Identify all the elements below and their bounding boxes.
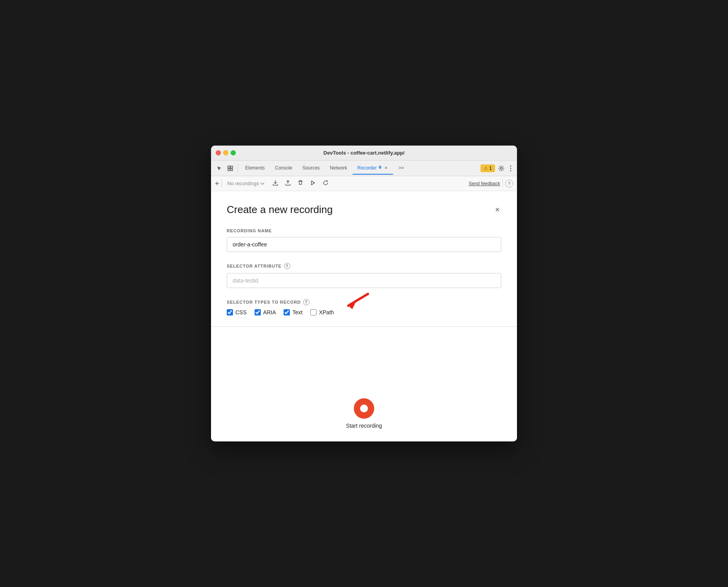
tab-recorder[interactable]: Recorder × <box>353 162 393 175</box>
dialog-title: Create a new recording <box>227 204 333 216</box>
maximize-traffic-light[interactable] <box>231 150 236 155</box>
checkbox-xpath-label: XPath <box>319 309 334 315</box>
checkbox-xpath[interactable]: XPath <box>310 309 334 315</box>
export-icon-btn[interactable] <box>270 179 281 188</box>
tab-network[interactable]: Network <box>325 162 352 175</box>
play-icon <box>310 180 316 186</box>
replay-icon <box>322 180 329 186</box>
import-icon-btn[interactable] <box>282 179 293 188</box>
svg-rect-0 <box>228 166 230 168</box>
svg-rect-3 <box>231 169 233 171</box>
svg-point-4 <box>500 167 502 169</box>
rec-toolbar-divider-2 <box>502 179 503 188</box>
recordings-dropdown-btn[interactable]: No recordings <box>224 179 268 188</box>
tab-sources[interactable]: Sources <box>298 162 324 175</box>
more-options-icon-btn[interactable] <box>508 164 514 173</box>
send-feedback-btn[interactable]: Send feedback <box>469 181 500 186</box>
close-traffic-light[interactable] <box>216 150 221 155</box>
export-icon <box>272 180 278 186</box>
svg-rect-2 <box>228 169 230 171</box>
checkbox-css-input[interactable] <box>227 309 233 315</box>
checkbox-css[interactable]: CSS <box>227 309 247 315</box>
main-content: Create a new recording × RECORDING NAME … <box>211 191 517 387</box>
checkbox-xpath-input[interactable] <box>310 309 317 315</box>
start-recording-btn[interactable]: Start recording <box>346 398 382 429</box>
svg-point-7 <box>510 170 511 171</box>
checkbox-aria-label: ARIA <box>263 309 276 315</box>
section-divider <box>211 326 517 327</box>
record-dot-icon <box>360 405 368 412</box>
selector-types-section: SELECTOR TYPES TO RECORD ? CSS ARIA <box>227 299 501 315</box>
dialog-footer: Start recording <box>211 387 517 441</box>
inspect-icon <box>228 166 233 171</box>
more-options-icon <box>510 165 511 171</box>
no-recordings-label: No recordings <box>228 180 259 186</box>
selector-attribute-label: SELECTOR ATTRIBUTE ? <box>227 263 501 269</box>
traffic-lights <box>216 150 236 155</box>
help-btn[interactable]: ? <box>505 180 513 188</box>
close-dialog-btn[interactable]: × <box>493 204 501 216</box>
rec-toolbar-icons <box>270 179 331 188</box>
cursor-icon <box>217 166 222 171</box>
rec-toolbar-divider <box>222 179 222 188</box>
add-recording-btn[interactable]: + <box>215 180 219 187</box>
selector-attribute-section: SELECTOR ATTRIBUTE ? <box>227 263 501 288</box>
tab-console[interactable]: Console <box>270 162 297 175</box>
selector-types-label: SELECTOR TYPES TO RECORD ? <box>227 299 501 305</box>
checkbox-css-label: CSS <box>235 309 247 315</box>
issues-badge-btn[interactable]: ⚠ 1 <box>480 164 495 172</box>
record-circle-icon <box>354 398 374 419</box>
import-icon <box>285 180 291 186</box>
recorder-toolbar: + No recordings <box>211 176 517 191</box>
toolbar-divider-1 <box>238 164 238 172</box>
window-title: DevTools - coffee-cart.netlify.app/ <box>324 150 405 156</box>
checkbox-aria-input[interactable] <box>255 309 261 315</box>
inspect-icon-btn[interactable] <box>225 164 235 173</box>
selector-attribute-input[interactable] <box>227 273 501 288</box>
cursor-icon-btn[interactable] <box>214 164 224 173</box>
delete-icon <box>297 180 304 186</box>
dialog-header: Create a new recording × <box>227 204 501 216</box>
dropdown-chevron-icon <box>260 182 264 185</box>
settings-icon <box>498 165 504 171</box>
close-recorder-tab-btn[interactable]: × <box>384 165 388 171</box>
red-arrow-annotation <box>340 292 372 312</box>
recording-name-label: RECORDING NAME <box>227 228 501 233</box>
start-recording-label: Start recording <box>346 423 382 429</box>
issues-count: 1 <box>489 166 492 171</box>
tab-elements[interactable]: Elements <box>240 162 269 175</box>
selector-types-help-icon[interactable]: ? <box>303 299 309 305</box>
recording-name-input[interactable] <box>227 237 501 252</box>
delete-icon-btn[interactable] <box>295 179 306 188</box>
settings-icon-btn[interactable] <box>496 164 507 173</box>
svg-rect-1 <box>231 166 233 168</box>
checkbox-text-label: Text <box>292 309 302 315</box>
checkbox-text[interactable]: Text <box>284 309 302 315</box>
devtools-window: DevTools - coffee-cart.netlify.app/ Elem… <box>211 146 517 441</box>
minimize-traffic-light[interactable] <box>223 150 228 155</box>
recorder-pin-icon <box>378 166 382 170</box>
svg-point-6 <box>510 168 511 169</box>
svg-point-5 <box>510 165 511 166</box>
checkbox-text-input[interactable] <box>284 309 290 315</box>
title-bar: DevTools - coffee-cart.netlify.app/ <box>211 146 517 160</box>
devtools-toolbar: Elements Console Sources Network Recorde… <box>211 160 517 176</box>
play-icon-btn[interactable] <box>308 179 318 188</box>
recording-name-section: RECORDING NAME <box>227 228 501 252</box>
replay-icon-btn[interactable] <box>320 179 331 188</box>
tab-more[interactable]: >> <box>394 162 409 175</box>
checkbox-aria[interactable]: ARIA <box>255 309 276 315</box>
selector-attribute-help-icon[interactable]: ? <box>284 263 290 269</box>
issues-icon: ⚠ <box>484 166 488 171</box>
